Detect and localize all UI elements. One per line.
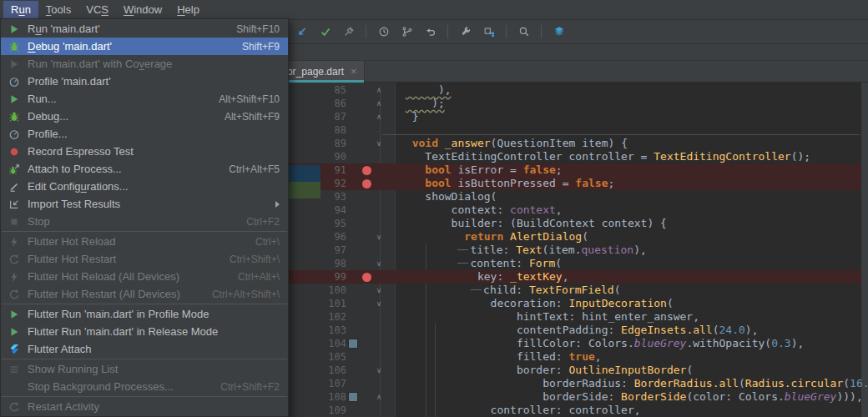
menu-item-attach-to-process-[interactable]: Attach to Process...Ctrl+Alt+F5	[1, 160, 288, 178]
menubar-item-vcs[interactable]: VCS	[78, 1, 116, 18]
code-line-86[interactable]: 86∧ );	[288, 97, 861, 110]
gutter-breakpoint-slot[interactable]	[360, 217, 373, 230]
fold-marker[interactable]: ∧	[373, 110, 385, 123]
gutter-breakpoint-slot[interactable]	[360, 310, 373, 324]
menu-item-debug-[interactable]: Debug...Alt+Shift+F9	[1, 108, 288, 125]
code-line-85[interactable]: 85∧ ),	[288, 83, 861, 97]
breakpoint-icon[interactable]	[362, 179, 371, 188]
fold-marker[interactable]: ∨	[373, 137, 385, 150]
menubar-item-help[interactable]: Help	[169, 1, 207, 18]
menu-item-run-main-dart-[interactable]: Run 'main.dart'Shift+F10	[1, 20, 288, 38]
code-line-103[interactable]: 103 contentPadding: EdgeInsets.all(24.0)…	[288, 324, 861, 337]
gutter-breakpoint-slot[interactable]	[360, 324, 373, 337]
update-project-icon[interactable]	[294, 24, 310, 40]
gutter-breakpoint-slot[interactable]	[360, 190, 373, 203]
gutter-breakpoint-slot[interactable]	[360, 337, 373, 350]
code-line-102[interactable]: 102 hintText: hint_enter_answer,	[288, 310, 861, 324]
gutter-breakpoint-slot[interactable]	[360, 150, 373, 163]
code-text: borderRadius: BorderRadius.all(Radius.ci…	[385, 377, 868, 390]
gutter-breakpoint-slot[interactable]	[360, 177, 373, 190]
code-line-96[interactable]: 96∨ return AlertDialog(	[288, 230, 861, 244]
fold-marker[interactable]: ∨	[373, 364, 385, 377]
code-line-101[interactable]: 101∨ decoration: InputDecoration(	[288, 297, 861, 310]
gutter-breakpoint-slot[interactable]	[360, 270, 373, 284]
tab-close-icon[interactable]: ×	[351, 68, 357, 76]
gutter-breakpoint-slot[interactable]	[360, 244, 373, 257]
history-clock-icon[interactable]	[376, 24, 391, 40]
menubar-item-run[interactable]: Run	[3, 1, 38, 18]
gutter-breakpoint-slot[interactable]	[360, 377, 373, 390]
project-structure-icon[interactable]	[481, 24, 497, 40]
menu-item-flutter-attach[interactable]: Flutter Attach	[1, 340, 288, 358]
gutter-breakpoint-slot[interactable]	[360, 230, 373, 244]
menu-item-profile-main-dart-[interactable]: Profile 'main.dart'	[1, 73, 288, 90]
gutter-breakpoint-slot[interactable]	[360, 137, 373, 150]
code-line-100[interactable]: 100∨ child: TextFormField(	[288, 284, 861, 297]
code-line-94[interactable]: 94 context: context,	[288, 203, 861, 217]
editor-scrollbar[interactable]	[860, 81, 868, 417]
fold-marker[interactable]: ∨	[373, 230, 385, 244]
gutter-breakpoint-slot[interactable]	[360, 350, 373, 364]
gutter-breakpoint-slot[interactable]	[360, 83, 373, 97]
menu-item-label: Run 'main.dart'	[28, 23, 218, 35]
code-line-89[interactable]: 89∨ void _answer(QuestionItem item) {	[288, 137, 861, 150]
git-branch-icon[interactable]	[399, 24, 415, 40]
menu-item-flutter-run-main-dart-in-release-mode[interactable]: Flutter Run 'main.dart' in Release Mode	[1, 323, 288, 340]
gutter-breakpoint-slot[interactable]	[360, 257, 373, 270]
code-line-107[interactable]: 107 borderRadius: BorderRadius.all(Radiu…	[288, 377, 861, 390]
gutter-breakpoint-slot[interactable]	[360, 297, 373, 310]
code-line-93[interactable]: 93 showDialog(	[288, 190, 861, 203]
code-area[interactable]: 85∧ ),86∧ );87∧ }8889∨ void _answer(Ques…	[288, 83, 861, 417]
push-pin-icon[interactable]	[341, 24, 356, 40]
code-line-109[interactable]: 109 controller: controller,	[288, 404, 861, 417]
code-line-90[interactable]: 90 TextEditingController controller = Te…	[288, 150, 861, 163]
code-line-91[interactable]: 91 bool isError = false;	[288, 163, 861, 177]
code-line-95[interactable]: 95 builder: (BuildContext context) {	[288, 217, 861, 230]
menu-item-debug-main-dart-[interactable]: Debug 'main.dart'Shift+F9	[1, 38, 288, 55]
gutter-breakpoint-slot[interactable]	[360, 404, 373, 417]
wrench-icon[interactable]	[457, 24, 473, 40]
fold-marker	[373, 270, 385, 284]
code-line-106[interactable]: 106∨ border: OutlineInputBorder(	[288, 364, 861, 377]
menu-item-flutter-run-main-dart-in-profile-mode[interactable]: Flutter Run 'main.dart' in Profile Mode	[1, 305, 288, 323]
color-preview-swatch[interactable]	[348, 339, 358, 349]
color-preview-swatch[interactable]	[348, 392, 358, 402]
menu-item-profile-[interactable]: Profile...	[1, 125, 288, 143]
menu-item-edit-configurations-[interactable]: Edit Configurations...	[1, 178, 288, 195]
code-line-87[interactable]: 87∧ }	[288, 110, 861, 123]
gutter-breakpoint-slot[interactable]	[360, 364, 373, 377]
menu-item-import-test-results[interactable]: Import Test Results	[1, 195, 288, 213]
menubar-item-tools[interactable]: Tools	[38, 1, 78, 18]
code-line-99[interactable]: 99 key: _textKey,	[288, 270, 861, 284]
fold-marker[interactable]: ∧	[373, 390, 385, 404]
fold-marker[interactable]: ∧	[373, 83, 385, 97]
menubar-item-window[interactable]: Window	[116, 1, 169, 18]
menu-item-run-[interactable]: Run...Alt+Shift+F10	[1, 90, 288, 108]
code-line-105[interactable]: 105 filled: true,	[288, 350, 861, 364]
gutter-breakpoint-slot[interactable]	[360, 284, 373, 297]
search-everywhere-icon[interactable]	[516, 24, 532, 40]
code-line-104[interactable]: 104 fillColor: Colors.blueGrey.withOpaci…	[288, 337, 861, 350]
code-line-92[interactable]: 92 bool isButtonPressed = false;	[288, 177, 861, 190]
fold-marker[interactable]: ∨	[373, 297, 385, 310]
gutter-breakpoint-slot[interactable]	[360, 97, 373, 110]
gutter-breakpoint-slot[interactable]	[360, 163, 373, 177]
line-number: 99	[288, 270, 346, 284]
code-line-98[interactable]: 98∨ content: Form(	[288, 257, 861, 270]
fold-marker[interactable]: ∨	[373, 284, 385, 297]
fold-marker[interactable]: ∨	[373, 257, 385, 270]
breakpoint-icon[interactable]	[362, 166, 371, 175]
gutter-breakpoint-slot[interactable]	[360, 110, 373, 123]
code-line-97[interactable]: 97 title: Text(item.question),	[288, 244, 861, 257]
menu-item-record-espresso-test[interactable]: Record Espresso Test	[1, 143, 288, 160]
commit-check-icon[interactable]	[317, 24, 333, 40]
code-line-108[interactable]: 108∧ borderSide: BorderSide(color: Color…	[288, 390, 861, 404]
breakpoint-icon[interactable]	[362, 273, 371, 282]
code-line-88[interactable]: 88	[288, 123, 861, 137]
gutter-breakpoint-slot[interactable]	[360, 123, 373, 137]
gutter-breakpoint-slot[interactable]	[360, 390, 373, 404]
flutter-inspector-layers-icon[interactable]	[551, 24, 567, 40]
gutter-breakpoint-slot[interactable]	[360, 203, 373, 217]
fold-marker[interactable]: ∧	[373, 97, 385, 110]
undo-icon[interactable]	[422, 24, 438, 40]
